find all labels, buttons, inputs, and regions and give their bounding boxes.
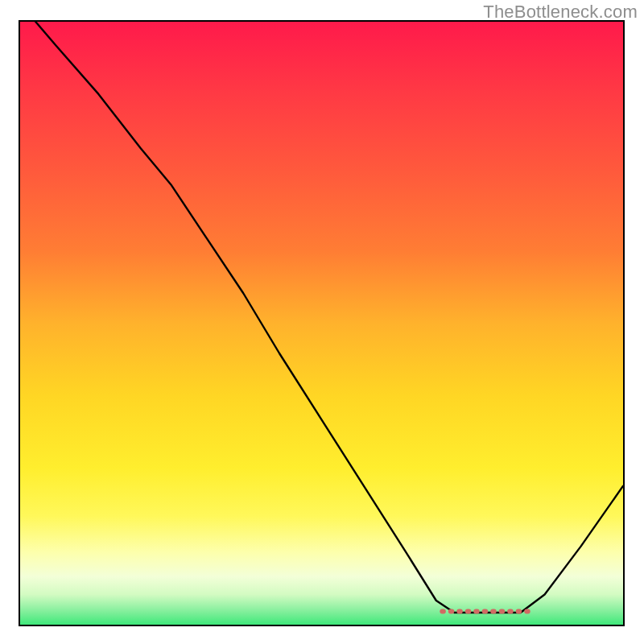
svg-rect-2: [456, 609, 463, 614]
svg-rect-0: [440, 609, 446, 614]
plot-svg: [20, 22, 623, 625]
chart-container: TheBottleneck.com: [0, 0, 644, 644]
svg-rect-4: [473, 609, 480, 614]
svg-rect-5: [482, 609, 489, 614]
svg-rect-1: [448, 609, 455, 614]
svg-rect-3: [465, 609, 472, 614]
gradient-background: [20, 22, 623, 625]
svg-rect-7: [499, 609, 506, 614]
svg-rect-8: [507, 609, 514, 614]
svg-rect-10: [524, 609, 530, 614]
plot-frame: [19, 20, 625, 626]
svg-rect-6: [490, 609, 497, 614]
optimal-marker: [440, 609, 530, 614]
svg-rect-9: [516, 609, 522, 614]
